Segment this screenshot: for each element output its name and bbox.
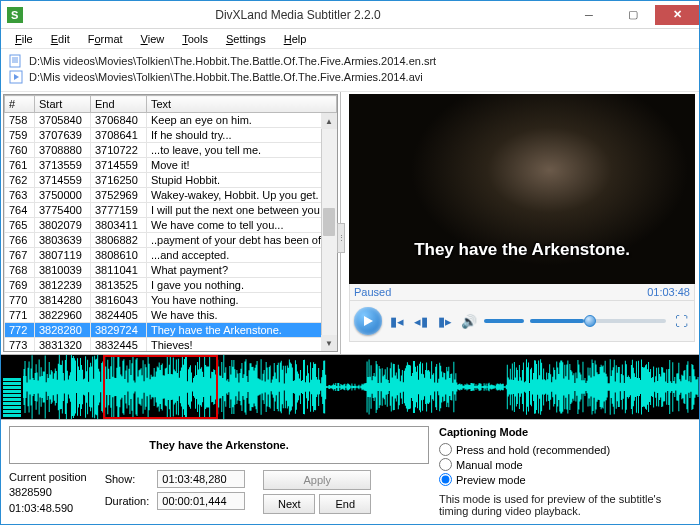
titlebar: S DivXLand Media Subtitler 2.2.0 ─ ▢ ✕ xyxy=(1,1,699,29)
table-row[interactable]: 76538020793803411We have come to tell yo… xyxy=(5,218,337,233)
menubar: File Edit Format View Tools Settings Hel… xyxy=(1,29,699,49)
table-row[interactable]: 76738071193808610...and accepted. xyxy=(5,248,337,263)
table-row[interactable]: 76237145593716250Stupid Hobbit. xyxy=(5,173,337,188)
video-file-icon xyxy=(9,70,23,84)
capmode-title: Captioning Mode xyxy=(439,426,691,438)
volume-icon[interactable]: 🔊 xyxy=(460,314,478,329)
close-button[interactable]: ✕ xyxy=(655,5,699,25)
table-row[interactable]: 76838100393811041What payment? xyxy=(5,263,337,278)
menu-file[interactable]: File xyxy=(7,31,41,47)
step-fwd-button[interactable]: ▮▸ xyxy=(436,314,454,329)
subtitle-file-path: D:\Mis videos\Movies\Tolkien\The.Hobbit.… xyxy=(29,55,436,67)
menu-tools[interactable]: Tools xyxy=(174,31,216,47)
table-row[interactable]: 76337500003752969Wakey-wakey, Hobbit. Up… xyxy=(5,188,337,203)
capmode-description: This mode is used for preview of the sub… xyxy=(439,493,691,517)
window-title: DivXLand Media Subtitler 2.2.0 xyxy=(29,8,567,22)
table-row[interactable]: 75937076393708641If he should try... xyxy=(5,128,337,143)
play-button[interactable] xyxy=(354,307,382,335)
duration-label: Duration: xyxy=(105,495,150,507)
fullscreen-button[interactable]: ⛶ xyxy=(672,314,690,329)
table-row[interactable]: 76137135593714559Move it! xyxy=(5,158,337,173)
scroll-up-icon[interactable]: ▲ xyxy=(321,113,337,129)
svg-marker-5 xyxy=(364,316,373,326)
table-row[interactable]: 77238282803829724They have the Arkenston… xyxy=(5,323,337,338)
table-row[interactable]: 77338313203832445Thieves! xyxy=(5,338,337,353)
video-file-path: D:\Mis videos\Movies\Tolkien\The.Hobbit.… xyxy=(29,71,423,83)
subtitle-list-pane: # Start End Text 75837058403706840Keep a… xyxy=(1,92,341,354)
menu-format[interactable]: Format xyxy=(80,31,131,47)
col-num[interactable]: # xyxy=(5,96,35,113)
maximize-button[interactable]: ▢ xyxy=(611,5,655,25)
table-scrollbar[interactable]: ▲ ▼ xyxy=(321,113,337,351)
video-file-line[interactable]: D:\Mis videos\Movies\Tolkien\The.Hobbit.… xyxy=(9,69,691,85)
step-back-button[interactable]: ◂▮ xyxy=(412,314,430,329)
menu-view[interactable]: View xyxy=(133,31,173,47)
subtitle-overlay: They have the Arkenstone. xyxy=(349,240,695,260)
show-time-input[interactable] xyxy=(157,470,245,488)
col-start[interactable]: Start xyxy=(35,96,91,113)
table-row[interactable]: 76938122393813525I gave you nothing. xyxy=(5,278,337,293)
table-row[interactable]: 77038142803816043You have nothing. xyxy=(5,293,337,308)
menu-help[interactable]: Help xyxy=(276,31,315,47)
apply-button[interactable]: Apply xyxy=(263,470,371,490)
table-row[interactable]: 75837058403706840Keep an eye on him. xyxy=(5,113,337,128)
splitter-handle[interactable]: ⋮ xyxy=(337,223,345,253)
next-button[interactable]: Next xyxy=(263,494,315,514)
table-row[interactable]: 76037088803710722...to leave, you tell m… xyxy=(5,143,337,158)
player-controls: ▮◂ ◂▮ ▮▸ 🔊 ⛶ xyxy=(349,301,695,342)
capmode-press-hold[interactable]: Press and hold (recommended) xyxy=(439,442,691,457)
waveform-row xyxy=(1,354,699,420)
current-position: Current position 3828590 01:03:48.590 xyxy=(9,470,87,516)
playback-timecode: 01:03:48 xyxy=(647,286,690,298)
end-button[interactable]: End xyxy=(319,494,371,514)
minimize-button[interactable]: ─ xyxy=(567,5,611,25)
show-label: Show: xyxy=(105,473,150,485)
col-end[interactable]: End xyxy=(91,96,147,113)
player-status-bar: Paused 01:03:48 xyxy=(349,284,695,301)
video-pane: ⋮ They have the Arkenstone. Paused 01:03… xyxy=(341,92,699,354)
selection-box[interactable] xyxy=(103,355,218,419)
video-preview[interactable]: They have the Arkenstone. xyxy=(349,94,695,284)
svg-rect-2 xyxy=(10,55,20,67)
captioning-mode-panel: Captioning Mode Press and hold (recommen… xyxy=(439,426,691,519)
seek-slider[interactable] xyxy=(530,319,666,323)
duration-input[interactable] xyxy=(157,492,245,510)
scroll-thumb[interactable] xyxy=(323,208,335,236)
vu-meter xyxy=(1,355,23,419)
subtitle-table[interactable]: # Start End Text 75837058403706840Keep a… xyxy=(4,95,337,352)
table-row[interactable]: 76437754003777159I will put the next one… xyxy=(5,203,337,218)
scroll-down-icon[interactable]: ▼ xyxy=(321,335,337,351)
file-paths: D:\Mis videos\Movies\Tolkien\The.Hobbit.… xyxy=(1,49,699,92)
playback-status: Paused xyxy=(354,286,391,298)
waveform[interactable] xyxy=(23,355,699,419)
menu-settings[interactable]: Settings xyxy=(218,31,274,47)
svg-text:S: S xyxy=(11,9,18,21)
menu-edit[interactable]: Edit xyxy=(43,31,78,47)
text-file-icon xyxy=(9,54,23,68)
table-row[interactable]: 77138229603824405We have this. xyxy=(5,308,337,323)
app-icon: S xyxy=(1,7,29,23)
subtitle-text-editor[interactable]: They have the Arkenstone. xyxy=(9,426,429,464)
prev-frame-button[interactable]: ▮◂ xyxy=(388,314,406,329)
capmode-manual[interactable]: Manual mode xyxy=(439,457,691,472)
volume-slider[interactable] xyxy=(484,319,524,323)
subtitle-file-line[interactable]: D:\Mis videos\Movies\Tolkien\The.Hobbit.… xyxy=(9,53,691,69)
capmode-preview[interactable]: Preview mode xyxy=(439,472,691,487)
col-text[interactable]: Text xyxy=(147,96,337,113)
table-row[interactable]: 76638036393806882..payment of your debt … xyxy=(5,233,337,248)
